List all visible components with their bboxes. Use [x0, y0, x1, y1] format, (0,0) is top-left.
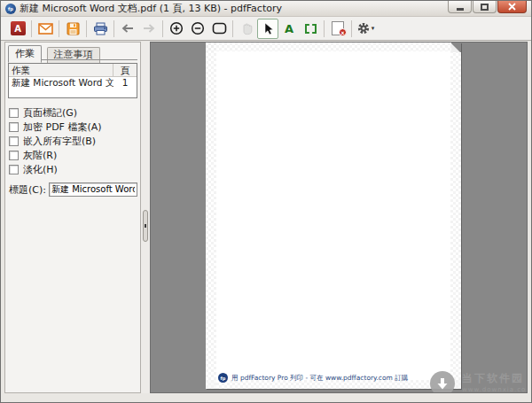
- options-group: 頁面標記(G) 加密 PDF 檔案(A) 嵌入所有字型(B) 灰階(R) 淡化(…: [8, 106, 137, 176]
- option-label: 灰階(R): [23, 149, 57, 162]
- window-title: 新建 Microsoft Word 文档.pdf (1 頁, 13 KB) - …: [20, 2, 282, 15]
- title-field-row: 標題(C):: [9, 182, 137, 197]
- text-tool-button[interactable]: A: [278, 19, 300, 39]
- job-name: 新建 Microsoft Word 文档.doc: [9, 77, 113, 89]
- settings-button[interactable]: ▾: [355, 19, 376, 39]
- adobe-pdf-icon: A: [11, 21, 26, 35]
- close-button[interactable]: [497, 1, 527, 13]
- hand-tool-button[interactable]: [236, 19, 257, 39]
- sidebar-tabs: 作業 注意事項: [8, 45, 137, 60]
- option-label: 頁面標記(G): [23, 106, 77, 120]
- toolbar-separator: [31, 20, 32, 37]
- site-watermark: 当下软件园 www.downxia.com: [462, 372, 528, 393]
- preview-pane[interactable]: fp 用 pdfFactory Pro 列印 - 可在 www.pdffacto…: [150, 42, 528, 393]
- margin-zone: [450, 43, 461, 389]
- titlebar[interactable]: fp 新建 Microsoft Word 文档.pdf (1 頁, 13 KB)…: [1, 1, 531, 17]
- trial-footer-text: 用 pdfFactory Pro 列印 - 可在 www.pdffactory.…: [231, 374, 408, 383]
- tab-jobs[interactable]: 作業: [8, 45, 42, 63]
- job-list-header: 作業 頁: [9, 64, 137, 77]
- option-page-marks[interactable]: 頁面標記(G): [9, 106, 137, 120]
- toolbar-separator: [86, 20, 87, 37]
- page-corner-fold: [451, 43, 461, 52]
- option-encrypt-pdf[interactable]: 加密 PDF 檔案(A): [9, 120, 137, 134]
- select-tool-button[interactable]: [257, 19, 278, 39]
- table-row[interactable]: 新建 Microsoft Word 文档.doc 1: [9, 77, 137, 89]
- option-label: 嵌入所有字型(B): [23, 135, 96, 148]
- save-as-pdf-button[interactable]: A: [7, 19, 28, 39]
- checkbox-encrypt-pdf[interactable]: [9, 122, 19, 132]
- column-header-pages[interactable]: 頁: [113, 64, 137, 76]
- margin-zone: [206, 43, 216, 389]
- download-arrow-icon: [436, 377, 449, 391]
- job-list[interactable]: 作業 頁 新建 Microsoft Word 文档.doc 1: [8, 63, 137, 98]
- save-button[interactable]: [62, 19, 83, 39]
- minimize-icon: [457, 8, 464, 11]
- print-button[interactable]: [90, 19, 111, 39]
- title-field-label: 標題(C):: [9, 183, 46, 197]
- zoom-out-button[interactable]: [187, 19, 208, 39]
- printer-icon: [93, 22, 108, 35]
- pdffactory-window: fp 新建 Microsoft Word 文档.pdf (1 頁, 13 KB)…: [0, 0, 532, 403]
- cursor-arrow-icon: [262, 22, 274, 35]
- sidebar-splitter[interactable]: [141, 42, 150, 393]
- toolbar-separator: [351, 20, 352, 37]
- trial-footer: fp 用 pdfFactory Pro 列印 - 可在 www.pdffacto…: [218, 373, 408, 383]
- pdffactory-logo-icon: fp: [218, 373, 228, 383]
- maximize-icon: [481, 4, 489, 11]
- option-label: 加密 PDF 檔案(A): [23, 120, 102, 134]
- back-button[interactable]: [117, 19, 138, 39]
- title-input[interactable]: [49, 182, 137, 197]
- delete-job-button[interactable]: x: [327, 19, 348, 39]
- watermark-line2: www.downxia.com: [462, 386, 528, 393]
- page-preview[interactable]: fp 用 pdfFactory Pro 列印 - 可在 www.pdffacto…: [206, 43, 461, 389]
- close-icon: [508, 3, 516, 11]
- content-area: 作業 注意事項 作業 頁 新建 Microsoft Word 文档.doc 1 …: [4, 42, 528, 393]
- marquee-icon: [305, 24, 317, 34]
- toolbar-separator: [113, 20, 114, 37]
- fit-page-icon: [212, 22, 227, 35]
- back-arrow-icon: [121, 23, 135, 34]
- tab-notes[interactable]: 注意事項: [47, 47, 100, 63]
- zoom-in-icon: [169, 21, 184, 35]
- column-header-name[interactable]: 作業: [9, 64, 113, 76]
- splitter-handle[interactable]: [143, 210, 148, 242]
- hand-icon: [240, 22, 253, 35]
- gear-icon: [356, 21, 371, 35]
- fit-page-button[interactable]: [208, 19, 230, 39]
- checkbox-lighten[interactable]: [9, 165, 19, 174]
- forward-arrow-icon: [142, 23, 156, 34]
- envelope-icon: [38, 23, 53, 35]
- text-tool-icon: A: [285, 22, 293, 35]
- toolbar-separator: [162, 20, 163, 37]
- chevron-down-icon: ▾: [372, 25, 375, 32]
- floppy-save-icon: [66, 22, 80, 35]
- checkbox-grayscale[interactable]: [9, 151, 19, 160]
- window-controls: [447, 1, 527, 13]
- checkbox-page-marks[interactable]: [9, 108, 19, 118]
- toolbar: A: [1, 17, 531, 41]
- maximize-button[interactable]: [473, 1, 497, 13]
- email-button[interactable]: [35, 19, 56, 39]
- app-icon: fp: [5, 4, 16, 14]
- watermark-line1: 当下软件园: [462, 372, 528, 386]
- download-overlay-button[interactable]: [430, 371, 455, 393]
- delete-job-icon: x: [332, 21, 344, 35]
- option-lighten[interactable]: 淡化(H): [9, 163, 137, 176]
- zoom-in-button[interactable]: [166, 19, 187, 39]
- forward-button[interactable]: [138, 19, 160, 39]
- zoom-out-icon: [191, 21, 205, 35]
- option-label: 淡化(H): [23, 163, 58, 176]
- toolbar-separator: [324, 20, 325, 37]
- sidebar: 作業 注意事項 作業 頁 新建 Microsoft Word 文档.doc 1 …: [4, 42, 141, 393]
- option-embed-fonts[interactable]: 嵌入所有字型(B): [9, 135, 137, 148]
- toolbar-separator: [59, 20, 59, 37]
- option-grayscale[interactable]: 灰階(R): [9, 149, 137, 162]
- checkbox-embed-fonts[interactable]: [9, 136, 19, 146]
- margin-zone: [206, 43, 461, 51]
- toolbar-separator: [232, 20, 233, 37]
- marquee-tool-button[interactable]: [300, 19, 321, 39]
- job-pages: 1: [113, 77, 137, 89]
- minimize-button[interactable]: [448, 1, 472, 13]
